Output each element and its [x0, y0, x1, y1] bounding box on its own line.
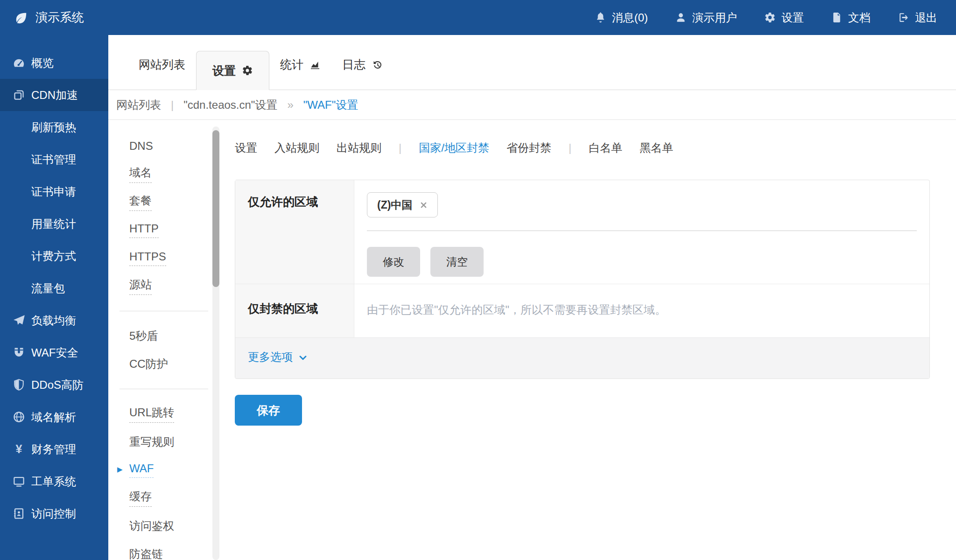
subtab-blacklist[interactable]: 黑名单: [640, 140, 673, 155]
submenu-item-plan[interactable]: 套餐: [108, 188, 219, 216]
submenu-item-access-auth[interactable]: 访问鉴权: [108, 512, 219, 540]
submenu-item-waf[interactable]: ▶ WAF: [108, 456, 219, 484]
sidebar-item-overview[interactable]: 概览: [0, 47, 108, 79]
region-block-form: 仅允许的区域 (Z)中国 修改 清空: [235, 180, 930, 379]
sidebar-item-label: CDN加速: [31, 88, 78, 103]
submenu-item-cc-protect[interactable]: CC防护: [108, 350, 219, 378]
close-icon[interactable]: [420, 201, 428, 209]
tab-label: 网站列表: [139, 57, 185, 72]
submenu-item-url-redirect[interactable]: URL跳转: [108, 400, 219, 428]
sidebar-item-tickets[interactable]: 工单系统: [0, 465, 108, 497]
sidebar-item-ddos[interactable]: DDoS高防: [0, 369, 108, 401]
sidebar-item-label: 流量包: [31, 281, 65, 296]
subtab-settings[interactable]: 设置: [235, 140, 257, 155]
modify-button[interactable]: 修改: [367, 247, 420, 277]
sidebar-item-access-control[interactable]: 访问控制: [0, 497, 108, 530]
brand[interactable]: 演示系统: [0, 9, 84, 26]
history-icon: [372, 59, 383, 70]
settings-label: 设置: [781, 10, 804, 25]
cdn-icon: [13, 89, 25, 101]
submenu-item-rewrite-rules[interactable]: 重写规则: [108, 428, 219, 456]
user-menu[interactable]: 演示用户: [675, 10, 737, 25]
clear-button[interactable]: 清空: [430, 247, 484, 277]
submenu-item-domain[interactable]: 域名: [108, 160, 219, 188]
submenu-item-hotlink-protect[interactable]: 防盗链: [108, 540, 219, 560]
breadcrumb-current[interactable]: "WAF"设置: [303, 98, 358, 112]
subtab-inbound-rules[interactable]: 入站规则: [274, 140, 319, 155]
logout-button[interactable]: 退出: [898, 10, 937, 25]
breadcrumb-separator: |: [171, 98, 174, 112]
active-arrow-icon: ▶: [117, 465, 123, 474]
submenu-label: 重写规则: [129, 434, 174, 449]
allowed-region-row: 仅允许的区域 (Z)中国 修改 清空: [235, 180, 929, 284]
submenu-item-http[interactable]: HTTP: [108, 216, 219, 244]
submenu-item-https[interactable]: HTTPS: [108, 244, 219, 272]
tab-label: 统计: [280, 57, 303, 72]
breadcrumb-site-settings[interactable]: "cdn.teaos.cn"设置: [183, 98, 277, 112]
tab-bar: 网站列表 设置 统计 日志: [108, 35, 956, 90]
sidebar-item-refresh-preheat[interactable]: 刷新预热: [0, 111, 108, 143]
sidebar-item-cdn[interactable]: CDN加速: [0, 79, 108, 111]
logout-label: 退出: [915, 10, 937, 25]
sidebar-item-finance[interactable]: ¥ 财务管理: [0, 433, 108, 465]
sidebar-item-billing[interactable]: 计费方式: [0, 240, 108, 272]
ticket-icon: [13, 475, 25, 488]
subtab-province-block[interactable]: 省份封禁: [506, 140, 551, 155]
sidebar-item-waf-security[interactable]: WAF安全: [0, 336, 108, 369]
docs-button[interactable]: 文档: [831, 10, 871, 25]
submenu-item-5s-shield[interactable]: 5秒盾: [108, 322, 219, 350]
sidebar-item-label: 计费方式: [31, 249, 76, 264]
settings-button[interactable]: 设置: [764, 10, 804, 25]
allowed-region-buttons: 修改 清空: [367, 247, 917, 277]
submenu-item-cache[interactable]: 缓存: [108, 484, 219, 512]
sidebar-item-label: 域名解析: [31, 410, 76, 425]
brand-title: 演示系统: [35, 9, 84, 26]
tab-statistics[interactable]: 统计: [269, 57, 331, 90]
breadcrumb-arrow: »: [287, 98, 293, 112]
submenu-item-origin[interactable]: 源站: [108, 272, 219, 300]
region-tag-label: (Z)中国: [377, 198, 412, 212]
subtab-outbound-rules[interactable]: 出站规则: [337, 140, 381, 155]
breadcrumb-site-list[interactable]: 网站列表: [116, 98, 161, 112]
top-bar: 演示系统 消息(0) 演示用户 设置 文档 退出: [0, 0, 956, 35]
sidebar-item-cert-apply[interactable]: 证书申请: [0, 175, 108, 208]
submenu-label: 缓存: [129, 489, 152, 507]
sidebar-item-label: 证书申请: [31, 184, 76, 199]
chevron-down-icon: [298, 353, 308, 363]
subtab-separator: |: [399, 141, 401, 154]
sidebar-item-dns-resolve[interactable]: 域名解析: [0, 401, 108, 433]
save-button[interactable]: 保存: [235, 395, 302, 426]
sidebar-item-label: 工单系统: [31, 474, 76, 489]
tab-logs[interactable]: 日志: [331, 57, 394, 90]
tab-settings[interactable]: 设置: [196, 51, 269, 90]
sidebar-item-label: 概览: [31, 56, 54, 70]
submenu-item-dns[interactable]: DNS: [108, 132, 219, 160]
region-tag-china[interactable]: (Z)中国: [367, 192, 438, 217]
region-input-underline[interactable]: [367, 231, 917, 231]
submenu-label: 5秒盾: [129, 329, 158, 343]
blocked-region-row: 仅封禁的区域 由于你已设置"仅允许的区域"，所以不需要再设置封禁区域。: [235, 284, 929, 338]
sidebar-item-load-balancer[interactable]: 负载均衡: [0, 304, 108, 336]
submenu-scrollbar-thumb[interactable]: [212, 130, 219, 287]
subtab-country-block[interactable]: 国家/地区封禁: [419, 140, 489, 155]
submenu-divider: [120, 311, 208, 311]
sidebar-item-label: DDoS高防: [31, 378, 84, 392]
submenu-label: 源站: [129, 277, 152, 295]
blocked-region-label: 仅封禁的区域: [235, 284, 354, 337]
submenu-label: WAF: [129, 462, 154, 478]
more-options-link[interactable]: 更多选项: [235, 338, 929, 378]
tab-site-list[interactable]: 网站列表: [128, 57, 196, 90]
messages-button[interactable]: 消息(0): [595, 10, 648, 25]
sidebar-item-traffic-pack[interactable]: 流量包: [0, 272, 108, 304]
messages-label: 消息(0): [612, 10, 648, 25]
submenu-scrollbar-track[interactable]: [212, 126, 219, 560]
gear-icon: [242, 65, 253, 76]
submenu-label: 防盗链: [129, 546, 163, 560]
allowed-region-content: (Z)中国 修改 清空: [354, 180, 929, 284]
shield-icon: [13, 378, 25, 391]
sidebar-item-cert-manage[interactable]: 证书管理: [0, 143, 108, 175]
sidebar-item-usage-stats[interactable]: 用量统计: [0, 208, 108, 240]
document-icon: [831, 12, 843, 23]
submenu-label: URL跳转: [129, 405, 174, 423]
subtab-whitelist[interactable]: 白名单: [589, 140, 622, 155]
